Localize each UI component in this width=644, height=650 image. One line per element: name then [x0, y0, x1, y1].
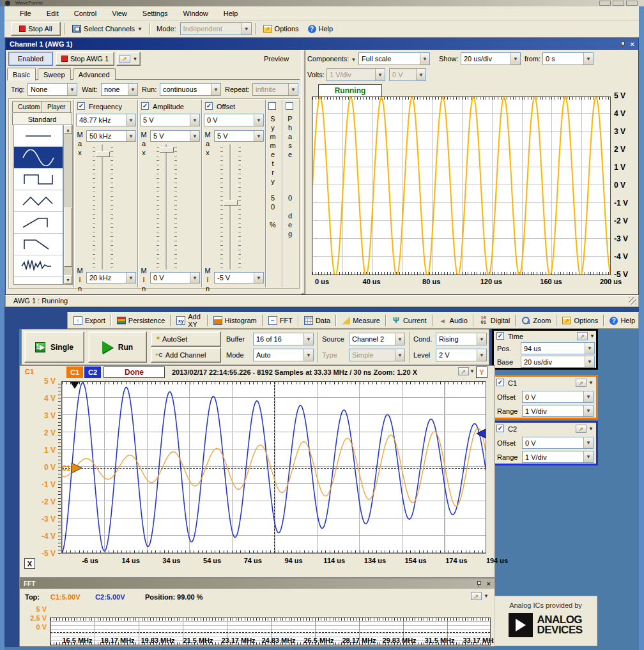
scroll-up-icon[interactable]: ▲: [64, 125, 72, 134]
tab-basic[interactable]: Basic: [7, 68, 36, 80]
chevron-down-icon[interactable]: ▼: [590, 333, 595, 339]
amplitude-min[interactable]: 0 V▼: [150, 272, 200, 283]
triangle-waveform-item[interactable]: [14, 190, 63, 212]
export-button[interactable]: ↑Export: [70, 313, 109, 328]
export-window-icon[interactable]: ↗: [471, 592, 482, 600]
offset-slider[interactable]: [218, 144, 243, 269]
measure-button[interactable]: Measure: [339, 313, 383, 328]
frequency-min[interactable]: 20 kHz▼: [86, 272, 136, 283]
pulse-waveform-item[interactable]: [14, 277, 63, 285]
y-axis-button[interactable]: Y: [476, 367, 487, 378]
minimize-button[interactable]: [599, 1, 611, 6]
square-waveform-item[interactable]: [14, 169, 63, 190]
c1-offset-select[interactable]: 0 V▼: [522, 391, 594, 403]
waveform-scrollbar[interactable]: ▲ ▼: [63, 125, 73, 285]
stop-all-button[interactable]: Stop All: [11, 22, 61, 36]
source-select[interactable]: Channel 2▼: [349, 333, 405, 345]
slider-handle[interactable]: [160, 147, 174, 153]
scroll-down-icon[interactable]: ▼: [64, 275, 72, 284]
level-select[interactable]: 2 V▼: [436, 349, 487, 361]
pos-select[interactable]: 94 us▼: [521, 342, 595, 354]
menu-settings[interactable]: Settings: [135, 8, 176, 19]
scope-axis-tag-c1[interactable]: C1: [25, 368, 34, 375]
autoset-button[interactable]: * AutoSet: [151, 331, 221, 347]
run-button[interactable]: Run: [88, 331, 147, 363]
options-button[interactable]: ↗ Options: [259, 22, 303, 36]
zoom-button[interactable]: Zoom: [518, 313, 554, 328]
digital-button[interactable]: 1001Digital: [476, 313, 514, 328]
buffer-select[interactable]: 16 of 16▼: [253, 333, 314, 345]
pane-splitter[interactable]: [301, 50, 305, 294]
awg-titlebar[interactable]: Channel 1 (AWG 1) ×: [6, 38, 638, 50]
tab-custom[interactable]: Custom: [12, 101, 45, 112]
close-icon[interactable]: ×: [631, 41, 634, 47]
export-window-icon[interactable]: ↗: [458, 367, 469, 375]
c1-checkbox[interactable]: ✓: [496, 379, 504, 386]
export-window-icon[interactable]: ↗: [577, 332, 588, 340]
amplitude-slider[interactable]: [154, 144, 180, 269]
menu-view[interactable]: View: [104, 8, 135, 19]
mode-select[interactable]: Auto▼: [253, 349, 314, 361]
c2-tab[interactable]: C2: [84, 367, 101, 378]
export-window-icon[interactable]: ↗: [576, 425, 586, 433]
chevron-down-icon[interactable]: ▼: [470, 368, 475, 374]
select-channels-button[interactable]: Select Channels ▼: [68, 22, 146, 36]
tab-advanced[interactable]: Advanced: [73, 68, 116, 80]
pin-icon[interactable]: [619, 41, 625, 47]
wait-select[interactable]: none▼: [101, 83, 138, 96]
scrollbar-thumb[interactable]: [64, 208, 72, 267]
histogram-button[interactable]: Histogram: [210, 313, 260, 328]
ramp-up-waveform-item[interactable]: [14, 212, 63, 234]
frequency-value[interactable]: 48.77 kHz▼: [76, 114, 136, 126]
chevron-down-icon[interactable]: ▼: [484, 593, 489, 599]
chevron-down-icon[interactable]: ▼: [588, 426, 594, 432]
scope-plot[interactable]: C1: [61, 381, 486, 554]
offset-checkbox[interactable]: ✓: [205, 102, 213, 110]
waveform-list[interactable]: [13, 125, 63, 285]
dc-waveform-item[interactable]: [14, 125, 63, 147]
offset-max[interactable]: 5 V▼: [214, 130, 264, 142]
c1-tab[interactable]: C1: [66, 367, 83, 378]
c2-range-select[interactable]: 1 V/div▼: [522, 451, 594, 463]
single-button[interactable]: 1▶ Single: [24, 331, 84, 363]
fft-titlebar[interactable]: FFT ×: [20, 578, 494, 589]
awg-menu-button[interactable]: ↗ ▼: [116, 52, 141, 66]
trig-select[interactable]: None▼: [27, 83, 77, 96]
offset-value[interactable]: 0 V▼: [204, 114, 264, 126]
audio-button[interactable]: ◄Audio: [435, 313, 471, 328]
c2-checkbox[interactable]: ✓: [496, 425, 504, 432]
components-select[interactable]: Full scale▼: [358, 52, 430, 65]
enabled-button[interactable]: Enabled: [8, 52, 53, 66]
menu-edit[interactable]: Edit: [39, 8, 66, 19]
amplitude-checkbox[interactable]: ✓: [141, 102, 149, 110]
time-checkbox[interactable]: ✓: [496, 332, 504, 340]
phase-checkbox[interactable]: [286, 102, 293, 110]
add-xy-button[interactable]: xyAdd XY: [173, 313, 204, 328]
stop-awg-button[interactable]: Stop AWG 1: [56, 52, 114, 66]
frequency-slider[interactable]: [90, 144, 116, 269]
chevron-down-icon[interactable]: ▼: [588, 380, 594, 386]
pin-icon[interactable]: [475, 580, 482, 587]
help-button[interactable]: ?Help: [606, 313, 638, 328]
base-select[interactable]: 20 us/div▼: [521, 356, 595, 368]
window-titlebar[interactable]: WaveForms: [1, 0, 644, 6]
resize-grip[interactable]: [629, 297, 636, 305]
slider-handle[interactable]: [96, 151, 110, 157]
c2-offset-select[interactable]: 0 V▼: [522, 437, 594, 449]
fft-button[interactable]: ~FFT: [265, 313, 296, 328]
trapezoid-waveform-item[interactable]: [14, 234, 63, 255]
from-select[interactable]: 0 s▼: [542, 52, 594, 65]
tab-player[interactable]: Player: [42, 101, 71, 112]
options-button[interactable]: ↗Options: [559, 313, 601, 328]
close-button[interactable]: [626, 1, 638, 6]
run-select[interactable]: continuous▼: [160, 83, 221, 96]
add-channel-button[interactable]: +C Add Channel: [151, 347, 221, 363]
show-select[interactable]: 20 us/div▼: [461, 52, 521, 65]
symmetry-checkbox[interactable]: [268, 102, 276, 110]
persistence-button[interactable]: Persistence: [114, 313, 168, 328]
frequency-max[interactable]: 50 kHz▼: [86, 130, 136, 142]
menu-file[interactable]: File: [12, 8, 39, 19]
awg-preview-plot[interactable]: [312, 96, 611, 275]
components-menu[interactable]: Components: ▼: [307, 55, 356, 63]
amplitude-max[interactable]: 5 V▼: [150, 130, 200, 142]
